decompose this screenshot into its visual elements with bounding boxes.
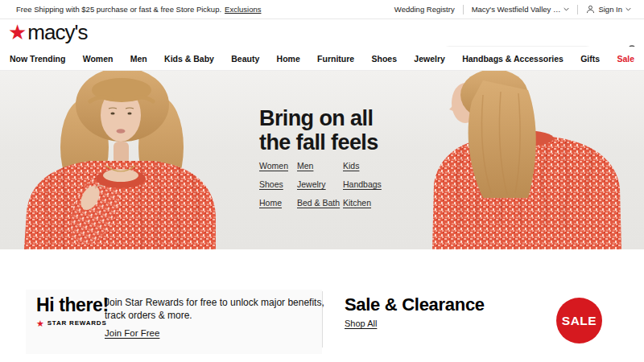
nav-item-furniture[interactable]: Furniture [317, 54, 354, 64]
top-bar: Free Shipping with $25 purchase or fast … [0, 0, 644, 19]
sign-in-label: Sign In [598, 5, 622, 14]
divider [577, 5, 578, 14]
hero-link-shoes[interactable]: Shoes [259, 179, 297, 189]
hero-link-kids[interactable]: Kids [343, 161, 382, 171]
shop-all-link[interactable]: Shop All [345, 319, 377, 328]
rewards-greeting: Hi there! [36, 294, 109, 316]
sign-in-button[interactable]: Sign In [586, 5, 631, 14]
person-icon [586, 5, 595, 14]
site-header: ★ macy's ★ [0, 19, 644, 47]
nav-item-gifts[interactable]: Gifts [580, 54, 600, 64]
sale-badge[interactable]: SALE [556, 298, 602, 343]
divider [463, 5, 464, 14]
nav-item-beauty[interactable]: Beauty [231, 54, 259, 64]
nav-item-men[interactable]: Men [130, 54, 147, 64]
nav-item-now-trending[interactable]: Now Trending [10, 54, 65, 64]
hero-headline: Bring on all the fall feels [259, 106, 378, 154]
nav-item-shoes[interactable]: Shoes [372, 54, 398, 64]
hero-link-home[interactable]: Home [259, 198, 297, 208]
hero-headline-line1: Bring on all [259, 106, 378, 130]
bottom-section: Hi there! ★ STAR REWARDS Join Star Rewar… [0, 290, 644, 362]
nav-item-handbags-accessories[interactable]: Handbags & Accessories [462, 54, 564, 64]
hero-banner[interactable]: Bring on all the fall feels WomenMenKids… [0, 71, 644, 249]
hero-models-photo [0, 71, 644, 249]
main-nav: Now TrendingWomenMenKids & BabyBeautyHom… [0, 47, 644, 71]
nav-item-sale[interactable]: Sale [617, 54, 634, 64]
hero-link-bed-bath[interactable]: Bed & Bath [297, 198, 343, 208]
hero-link-men[interactable]: Men [297, 161, 343, 171]
star-icon: ★ [36, 320, 45, 327]
hero-link-handbags[interactable]: Handbags [343, 179, 382, 189]
chevron-down-icon [625, 6, 631, 12]
top-bar-utility: Wedding Registry Macy's Westfield Valley… [394, 5, 631, 14]
star-icon: ★ [8, 22, 27, 43]
macys-logo[interactable]: ★ macy's [8, 22, 87, 43]
join-for-free-link[interactable]: Join For Free [105, 327, 159, 339]
promo-message: Free Shipping with $25 purchase or fast … [16, 5, 261, 14]
star-rewards-label: STAR REWARDS [47, 319, 107, 327]
star-rewards-logo: ★ STAR REWARDS [36, 319, 107, 327]
exclusions-link[interactable]: Exclusions [225, 5, 261, 14]
store-selector[interactable]: Macy's Westfield Valley … [472, 5, 570, 14]
nav-item-jewelry[interactable]: Jewelry [414, 54, 445, 64]
nav-item-women[interactable]: Women [83, 54, 114, 64]
wedding-registry-link[interactable]: Wedding Registry [394, 5, 455, 14]
promo-text: Free Shipping with $25 purchase or fast … [16, 5, 221, 14]
hero-link-jewelry[interactable]: Jewelry [297, 179, 343, 189]
rewards-description-line1: Join Star Rewards for free to unlock maj… [105, 296, 324, 309]
nav-item-kids-baby[interactable]: Kids & Baby [164, 54, 214, 64]
hero-headline-line2: the fall feels [259, 130, 378, 154]
logo-text: macy's [27, 22, 87, 43]
hero-link-kitchen[interactable]: Kitchen [343, 198, 382, 208]
chevron-down-icon [564, 6, 569, 12]
hero-link-women[interactable]: Women [259, 161, 297, 171]
store-selector-label: Macy's Westfield Valley … [472, 5, 561, 14]
macys-homepage: Free Shipping with $25 purchase or fast … [0, 0, 644, 362]
nav-item-home[interactable]: Home [277, 54, 300, 64]
rewards-description: Join Star Rewards for free to unlock maj… [105, 296, 324, 339]
sale-clearance-title: Sale & Clearance [345, 294, 485, 315]
sale-badge-label: SALE [562, 314, 597, 328]
rewards-description-line2: track orders & more. [105, 309, 324, 322]
hero-category-links: WomenMenKidsShoesJewelryHandbagsHomeBed … [259, 161, 382, 208]
